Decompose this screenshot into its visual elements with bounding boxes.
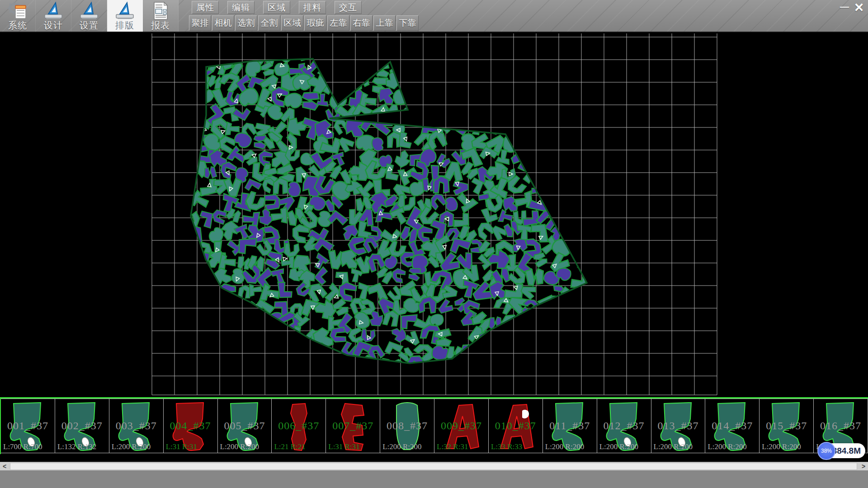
tool-button-2[interactable]: 相机 xyxy=(212,15,234,31)
part-number-label: 001_#37 xyxy=(1,420,55,432)
part-thumbnail-006_#37[interactable]: 006_#37L:21 R:21 xyxy=(272,399,326,453)
toolbar-button-label: 排版 xyxy=(115,20,134,30)
part-number-label: 006_#37 xyxy=(272,420,326,432)
tool-button-9[interactable]: 上靠 xyxy=(373,15,396,31)
toolbar-button-label: 系统 xyxy=(8,20,27,30)
part-number-label: 007_#37 xyxy=(326,420,380,432)
nesting-canvas[interactable] xyxy=(0,33,868,397)
part-lr-count-label: L:200 R:200 xyxy=(762,442,801,451)
part-lr-count-label: L:31 R:31 xyxy=(166,442,197,451)
menu-tab-4[interactable]: 排料 xyxy=(299,1,326,14)
part-lr-count-label: L:200 R:200 xyxy=(545,442,584,451)
parts-list: 001_#37L:700 R:700002_#37L:132 R:132003_… xyxy=(1,399,868,453)
part-thumbnail-013_#37[interactable]: 013_#37L:200 R:200 xyxy=(651,399,706,453)
menu-tab-3[interactable]: 区域 xyxy=(263,1,290,14)
scroll-right-arrow-icon[interactable]: > xyxy=(859,462,868,470)
part-lr-count-label: L:200 R:200 xyxy=(708,442,746,451)
toolbar-button-label: 设置 xyxy=(80,20,99,30)
window-controls: — ✕ xyxy=(837,0,866,18)
part-number-label: 010_#37 xyxy=(489,420,542,432)
tool-button-1[interactable]: 聚排 xyxy=(189,15,211,31)
application-window: { "window": { "controls": { "minimize": … xyxy=(0,0,868,488)
part-number-label: 002_#37 xyxy=(55,420,109,432)
part-number-label: 008_#37 xyxy=(380,420,434,432)
part-thumbnail-005_#37[interactable]: 005_#37L:200 R:200 xyxy=(218,399,272,453)
nesting-canvas-svg xyxy=(0,33,868,397)
part-lr-count-label: L:132 R:132 xyxy=(57,442,96,451)
part-number-label: 005_#37 xyxy=(218,420,272,432)
menu-tab-5[interactable]: 交互 xyxy=(335,1,362,14)
scroll-left-arrow-icon[interactable]: < xyxy=(0,462,9,470)
menu-tab-1[interactable]: 属性 xyxy=(192,1,219,14)
toolbar: 系统设计设置排版报表 属性编辑区域排料交互 聚排相机选割全割区域瑕疵左靠右靠上靠… xyxy=(0,0,868,33)
part-number-label: 009_#37 xyxy=(434,420,488,432)
part-number-label: 003_#37 xyxy=(109,420,163,432)
parts-strip: 001_#37L:700 R:700002_#37L:132 R:132003_… xyxy=(0,397,868,454)
part-lr-count-label: L:700 R:700 xyxy=(3,442,42,451)
toolbar-button-label: 报表 xyxy=(151,20,170,30)
part-number-label: 012_#37 xyxy=(597,420,651,432)
tool-button-3[interactable]: 选割 xyxy=(235,15,257,31)
setsquare-icon xyxy=(114,1,135,20)
part-lr-count-label: L:200 R:200 xyxy=(112,442,151,451)
minimize-button[interactable]: — xyxy=(837,0,852,15)
part-lr-count-label: L:200 R:200 xyxy=(382,442,421,451)
memory-percent-badge: 38% xyxy=(817,442,835,460)
part-thumbnail-011_#37[interactable]: 011_#37L:200 R:200 xyxy=(543,399,597,453)
window-footer xyxy=(0,470,868,488)
toolbar-button-2[interactable]: 设计 xyxy=(36,0,71,32)
part-thumbnail-007_#37[interactable]: 007_#37L:31 R:31 xyxy=(326,399,380,453)
part-thumbnail-008_#37[interactable]: 008_#37L:200 R:200 xyxy=(380,399,434,453)
scrollbar-thumb[interactable] xyxy=(10,463,857,470)
part-number-label: 004_#37 xyxy=(164,420,217,432)
part-number-label: 013_#37 xyxy=(651,420,705,432)
part-thumbnail-003_#37[interactable]: 003_#37L:200 R:200 xyxy=(109,399,164,453)
tool-button-4[interactable]: 全割 xyxy=(258,15,280,31)
close-button[interactable]: ✕ xyxy=(852,0,866,15)
part-thumbnail-014_#37[interactable]: 014_#37L:200 R:200 xyxy=(705,399,760,453)
part-thumbnail-004_#37[interactable]: 004_#37L:31 R:31 xyxy=(164,399,218,453)
part-lr-count-label: L:33 R:33 xyxy=(491,442,522,451)
part-lr-count-label: L:200 R:200 xyxy=(599,442,638,451)
part-lr-count-label: L:200 R:200 xyxy=(220,442,259,451)
part-number-label: 016_#37 xyxy=(814,420,868,432)
setsquare-icon xyxy=(79,1,99,20)
gear-document-icon xyxy=(7,1,28,20)
part-lr-count-label: L:32 R:31 xyxy=(437,442,468,451)
menu-tabs: 属性编辑区域排料交互 xyxy=(192,1,362,14)
part-thumbnail-009_#37[interactable]: 009_#37L:32 R:31 xyxy=(434,399,489,453)
tool-button-5[interactable]: 区域 xyxy=(281,15,303,31)
part-number-label: 014_#37 xyxy=(705,420,759,432)
toolbar-button-4[interactable]: 排版 xyxy=(107,0,143,32)
part-number-label: 011_#37 xyxy=(543,420,597,432)
part-lr-count-label: L:21 R:21 xyxy=(274,442,305,451)
tool-buttons-row: 聚排相机选割全割区域瑕疵左靠右靠上靠下靠 xyxy=(189,15,419,31)
menu-tab-2[interactable]: 编辑 xyxy=(227,1,255,14)
part-thumbnail-010_#37[interactable]: 010_#37L:33 R:33 xyxy=(489,399,543,453)
part-number-label: 015_#37 xyxy=(760,420,813,432)
tool-button-10[interactable]: 下靠 xyxy=(396,15,419,31)
report-icon xyxy=(150,1,171,20)
tool-button-7[interactable]: 左靠 xyxy=(327,15,349,31)
toolbar-button-5[interactable]: 报表 xyxy=(143,0,179,32)
toolbar-button-label: 设计 xyxy=(44,20,63,30)
toolbar-button-3[interactable]: 设置 xyxy=(71,0,107,32)
horizontal-scrollbar[interactable]: < > xyxy=(0,462,868,470)
part-lr-count-label: L:31 R:31 xyxy=(328,442,359,451)
setsquare-icon xyxy=(43,1,64,20)
part-thumbnail-001_#37[interactable]: 001_#37L:700 R:700 xyxy=(1,399,55,453)
tool-button-8[interactable]: 右靠 xyxy=(350,15,373,31)
tool-button-6[interactable]: 瑕疵 xyxy=(304,15,326,31)
icon-button-bar: 系统设计设置排版报表 xyxy=(0,0,179,32)
toolbar-button-1[interactable]: 系统 xyxy=(0,0,36,32)
part-thumbnail-002_#37[interactable]: 002_#37L:132 R:132 xyxy=(55,399,109,453)
part-thumbnail-015_#37[interactable]: 015_#37L:200 R:200 xyxy=(760,399,814,453)
part-thumbnail-012_#37[interactable]: 012_#37L:200 R:200 xyxy=(597,399,651,453)
memory-widget: 384.8M 38% xyxy=(817,442,866,460)
part-lr-count-label: L:200 R:200 xyxy=(654,442,693,451)
